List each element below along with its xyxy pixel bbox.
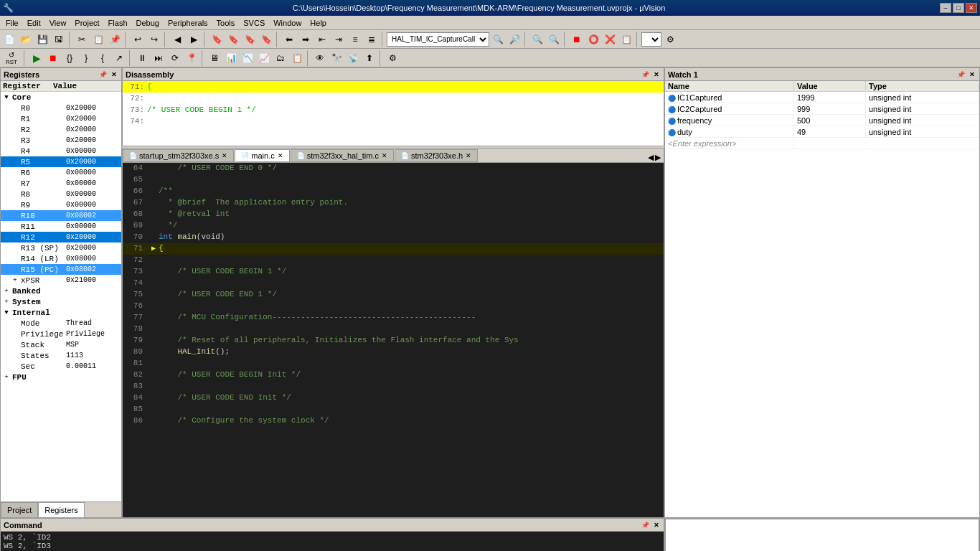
- editor-tab-startup[interactable]: 📄 startup_stm32f303xe.s ✕: [123, 149, 234, 162]
- menu-project[interactable]: Project: [70, 17, 103, 29]
- reg-states[interactable]: States1113: [1, 350, 121, 361]
- tb-search2[interactable]: 🔍: [546, 32, 562, 47]
- tb-nav-back[interactable]: ◀: [169, 32, 185, 47]
- tb-func-go[interactable]: 🔍: [490, 32, 506, 47]
- reg-sec[interactable]: Sec0.00011: [1, 361, 121, 372]
- reg-r15[interactable]: R15 (PC)0x08002: [1, 264, 121, 275]
- tb-bk2[interactable]: 🔖: [225, 32, 241, 47]
- tb-cut[interactable]: ✂: [74, 32, 90, 47]
- tb2-view3[interactable]: 📡: [345, 50, 361, 66]
- menu-view[interactable]: View: [45, 17, 71, 29]
- tb2-dbg4[interactable]: 📍: [184, 50, 199, 66]
- tb2-dbg3[interactable]: ⟳: [167, 50, 183, 66]
- reg-r9[interactable]: R90x00000: [1, 199, 121, 210]
- panel-tab-project[interactable]: Project: [1, 502, 38, 517]
- tb2-arrow[interactable]: ↗: [111, 50, 127, 66]
- command-pin-icon[interactable]: 📌: [640, 521, 651, 529]
- tb2-window5[interactable]: 🗂: [273, 50, 288, 66]
- tb2-window3[interactable]: 📉: [240, 50, 255, 66]
- reg-r3[interactable]: R30x20000: [1, 135, 121, 146]
- tab-close-header[interactable]: ✕: [466, 152, 471, 159]
- reg-r5[interactable]: R50x20000: [1, 156, 121, 167]
- disassembly-content[interactable]: 71: { 72: 73: /* USER CODE BEGIN 1 */ 74…: [123, 81, 664, 146]
- reg-fpu[interactable]: +FPU: [1, 372, 121, 382]
- tb2-window1[interactable]: 🖥: [207, 50, 222, 66]
- tb2-view2[interactable]: 🔭: [329, 50, 344, 66]
- reg-r6[interactable]: R60x00000: [1, 167, 121, 178]
- reg-r4[interactable]: R40x00000: [1, 146, 121, 156]
- tb-new[interactable]: 📄: [1, 32, 17, 47]
- reg-r1[interactable]: R10x20000: [1, 113, 121, 124]
- maximize-button[interactable]: □: [953, 3, 964, 13]
- watch-row-ic1captured[interactable]: 🔵IC1Captured 1999 unsigned int: [665, 92, 979, 103]
- tb-undo[interactable]: ↩: [130, 32, 146, 47]
- tb-redo[interactable]: ↪: [146, 32, 162, 47]
- menu-svcs[interactable]: SVCS: [239, 17, 269, 29]
- tab-close-startup[interactable]: ✕: [222, 152, 227, 159]
- tb2-stop[interactable]: ⏹: [45, 50, 61, 66]
- disasm-close-icon[interactable]: ✕: [652, 70, 661, 79]
- tab-scroll-right[interactable]: ▶: [655, 153, 661, 162]
- tb-nav-fwd[interactable]: ▶: [186, 32, 202, 47]
- reg-banked[interactable]: +Banked: [1, 286, 121, 296]
- menu-help[interactable]: Help: [306, 17, 331, 29]
- editor-tab-hal[interactable]: 📄 stm32f3xx_hal_tim.c ✕: [291, 149, 394, 162]
- registers-tree[interactable]: Register Value ▼ Core R00x20000 R10x2000…: [1, 81, 121, 501]
- menu-tools[interactable]: Tools: [212, 17, 240, 29]
- tb-breakpoint-circle[interactable]: ⭕: [585, 32, 601, 47]
- watch-row-duty[interactable]: 🔵duty 49 unsigned int: [665, 126, 979, 138]
- tb-paste[interactable]: 📌: [107, 32, 123, 47]
- tb-search[interactable]: 🔍: [529, 32, 545, 47]
- tb2-brace1[interactable]: {}: [62, 50, 77, 66]
- reg-mode[interactable]: ModeThread: [1, 318, 121, 329]
- tb-save[interactable]: 💾: [34, 32, 50, 47]
- editor-tab-main[interactable]: 📄 main.c ✕: [235, 149, 289, 162]
- reg-r2[interactable]: R20x20000: [1, 124, 121, 135]
- tb-func2[interactable]: 🔎: [507, 32, 522, 47]
- watch-pin-icon[interactable]: 📌: [956, 70, 966, 79]
- tb2-dbg2[interactable]: ⏭: [151, 50, 166, 66]
- registers-pin-icon[interactable]: 📌: [98, 70, 108, 79]
- tab-close-hal[interactable]: ✕: [382, 152, 387, 159]
- minimize-button[interactable]: –: [940, 3, 951, 13]
- tb-saveall[interactable]: 🖫: [51, 32, 67, 47]
- tb-copy[interactable]: 📋: [90, 32, 106, 47]
- watch-cell-ic1-value[interactable]: 1999: [794, 93, 866, 103]
- tb-i6[interactable]: ≣: [364, 32, 380, 47]
- disasm-pin-icon[interactable]: 📌: [640, 70, 651, 79]
- reg-stack[interactable]: StackMSP: [1, 339, 121, 350]
- tb-bk4[interactable]: 🔖: [258, 32, 274, 47]
- tb-breakpoint-stop[interactable]: ⏹: [569, 32, 585, 47]
- tb2-window2[interactable]: 📊: [223, 50, 239, 66]
- watch-enter-expression[interactable]: <Enter expression>: [665, 138, 794, 149]
- reg-system[interactable]: +System: [1, 296, 121, 307]
- registers-close-icon[interactable]: ✕: [110, 70, 118, 79]
- watch-row-enter-expr[interactable]: <Enter expression>: [665, 138, 979, 149]
- tb2-extra[interactable]: ⚙: [385, 50, 400, 66]
- editor-tab-header[interactable]: 📄 stm32f303xe.h ✕: [395, 149, 478, 162]
- command-close-icon[interactable]: ✕: [652, 521, 661, 529]
- tb-open[interactable]: 📂: [18, 32, 34, 47]
- reg-core-row[interactable]: ▼ Core: [1, 92, 121, 103]
- tb-breakpoint-list[interactable]: 📋: [618, 32, 634, 47]
- tb2-brace3[interactable]: {: [95, 50, 110, 66]
- tb2-window4[interactable]: 📈: [256, 50, 272, 66]
- tb-i1[interactable]: ⬅: [281, 32, 297, 47]
- menu-debug[interactable]: Debug: [132, 17, 164, 29]
- tb2-reset[interactable]: ↺ RST: [1, 50, 22, 66]
- core-toggle[interactable]: ▼: [2, 94, 11, 101]
- reg-xpsr[interactable]: +xPSR0x21000: [1, 275, 121, 286]
- tb-settings[interactable]: ⚙: [662, 32, 678, 47]
- tb-i2[interactable]: ➡: [298, 32, 314, 47]
- close-button[interactable]: ✕: [966, 3, 977, 13]
- watch-row-frequency[interactable]: 🔵frequency 500 unsigned int: [665, 115, 979, 126]
- watch-cell-ic2-value[interactable]: 999: [794, 104, 866, 114]
- tab-close-main[interactable]: ✕: [278, 152, 283, 159]
- tb2-dbg1[interactable]: ⏸: [134, 50, 150, 66]
- tb2-run[interactable]: ▶: [29, 50, 44, 66]
- menu-window[interactable]: Window: [269, 17, 306, 29]
- watch-cell-duty-value[interactable]: 49: [794, 127, 866, 137]
- watch-cell-freq-value[interactable]: 500: [794, 116, 866, 126]
- tb2-view1[interactable]: 👁: [312, 50, 328, 66]
- reg-r8[interactable]: R80x00000: [1, 189, 121, 199]
